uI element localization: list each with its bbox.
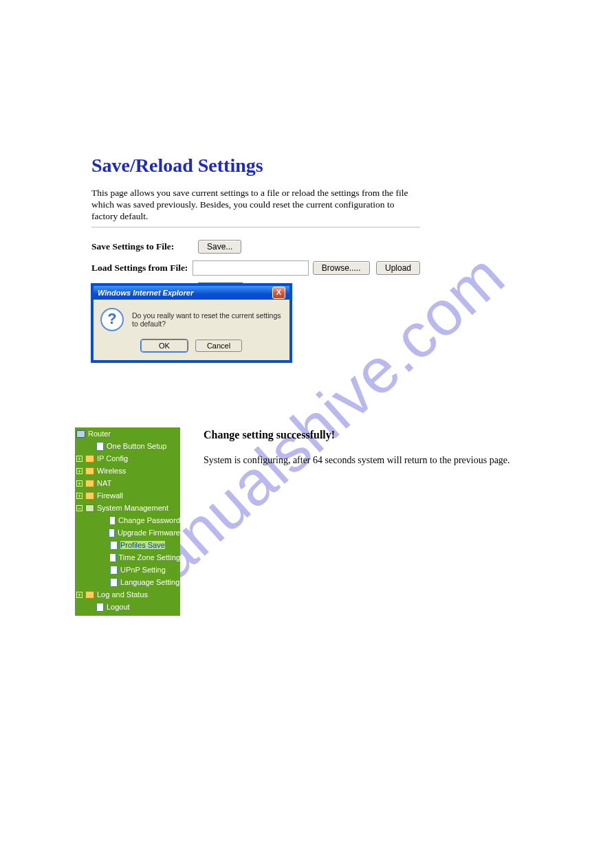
sidebar-item-change-password[interactable]: +Change Password xyxy=(75,514,180,526)
page-description: This page allows you save current settin… xyxy=(91,188,420,223)
sidebar-item-label: UPnP Setting xyxy=(120,566,166,574)
dialog-titlebar[interactable]: Windows Internet Explorer X xyxy=(94,286,289,300)
sidebar-item-logout[interactable]: +Logout xyxy=(75,601,180,613)
sidebar-item-nat[interactable]: +NAT xyxy=(75,477,180,489)
folder-icon xyxy=(85,467,94,475)
dialog-title-text: Windows Internet Explorer xyxy=(98,286,193,300)
nav-sidebar: Router +One Button Setup+IP Config+Wirel… xyxy=(75,427,180,616)
page-icon xyxy=(96,442,104,451)
countdown-seconds: 64 xyxy=(313,455,322,465)
sidebar-item-system-management[interactable]: −System Management xyxy=(75,502,180,514)
browse-button[interactable]: Browse..... xyxy=(313,261,370,275)
status-title: Change setting successfully! xyxy=(204,429,510,441)
expand-icon[interactable]: + xyxy=(76,468,83,474)
sidebar-item-label: Logout xyxy=(107,603,130,611)
sidebar-item-label: Time Zone Setting xyxy=(119,553,180,561)
sidebar-item-label: IP Config xyxy=(97,454,128,463)
confirm-dialog: Windows Internet Explorer X ? Do you rea… xyxy=(91,284,292,362)
tree-root-label: Router xyxy=(88,430,111,438)
folder-icon xyxy=(85,492,94,500)
page-icon xyxy=(96,603,104,612)
sidebar-item-wireless[interactable]: +Wireless xyxy=(75,465,180,477)
status-pane: Change setting successfully! System is c… xyxy=(204,427,510,466)
sidebar-item-label: Log and Status xyxy=(97,590,148,599)
file-path-input[interactable] xyxy=(193,260,309,276)
page-icon xyxy=(110,566,118,575)
sidebar-item-label: One Button Setup xyxy=(107,442,166,450)
sidebar-item-label: System Management xyxy=(97,504,168,512)
expand-icon[interactable]: + xyxy=(76,493,83,499)
sidebar-item-label: NAT xyxy=(97,479,111,487)
folder-icon xyxy=(85,455,94,463)
close-icon[interactable]: X xyxy=(272,287,285,299)
folder-icon xyxy=(85,480,94,487)
page-icon xyxy=(109,516,116,525)
page-title: Save/Reload Settings xyxy=(91,155,420,177)
save-button[interactable]: Save... xyxy=(198,240,241,254)
folder-open-icon xyxy=(85,504,94,512)
sidebar-item-label: Change Password xyxy=(118,516,180,524)
expand-icon[interactable]: + xyxy=(76,456,83,462)
expand-icon[interactable]: + xyxy=(76,480,83,487)
sidebar-item-language-setting[interactable]: +Language Setting xyxy=(75,576,180,588)
sidebar-item-label: Wireless xyxy=(97,467,126,475)
page-icon xyxy=(109,528,115,537)
sidebar-item-label: Language Setting xyxy=(120,578,179,586)
sidebar-item-log-and-status[interactable]: +Log and Status xyxy=(75,588,180,601)
collapse-icon[interactable]: − xyxy=(76,505,83,511)
upload-button[interactable]: Upload xyxy=(376,261,420,275)
monitor-icon xyxy=(76,430,85,438)
page-icon xyxy=(109,553,116,562)
status-message: System is configuring, after 64 seconds … xyxy=(204,455,510,466)
sidebar-item-profiles-save[interactable]: +Profiles Save xyxy=(75,539,180,551)
sidebar-item-label: Upgrade Firmware xyxy=(118,528,180,537)
expand-icon[interactable]: + xyxy=(76,592,83,598)
load-settings-label: Load Settings from File: xyxy=(91,263,193,274)
folder-icon xyxy=(85,591,94,599)
ok-button[interactable]: OK xyxy=(141,340,188,352)
page-icon xyxy=(110,541,118,550)
sidebar-item-firewall[interactable]: +Firewall xyxy=(75,489,180,502)
sidebar-item-one-button-setup[interactable]: +One Button Setup xyxy=(75,440,180,452)
divider xyxy=(91,227,420,227)
sidebar-item-time-zone-setting[interactable]: +Time Zone Setting xyxy=(75,551,180,564)
tree-root[interactable]: Router xyxy=(75,427,180,440)
sidebar-item-ip-config[interactable]: +IP Config xyxy=(75,452,180,465)
question-icon: ? xyxy=(100,308,124,331)
sidebar-item-label: Profiles Save xyxy=(120,541,165,549)
sidebar-item-label: Firewall xyxy=(97,491,123,500)
sidebar-item-upnp-setting[interactable]: +UPnP Setting xyxy=(75,564,180,576)
sidebar-item-upgrade-firmware[interactable]: +Upgrade Firmware xyxy=(75,526,180,539)
dialog-message: Do you really want to reset the current … xyxy=(132,311,283,328)
cancel-button[interactable]: Cancel xyxy=(195,340,242,352)
page-icon xyxy=(110,578,118,587)
save-settings-label: Save Settings to File: xyxy=(91,241,198,252)
